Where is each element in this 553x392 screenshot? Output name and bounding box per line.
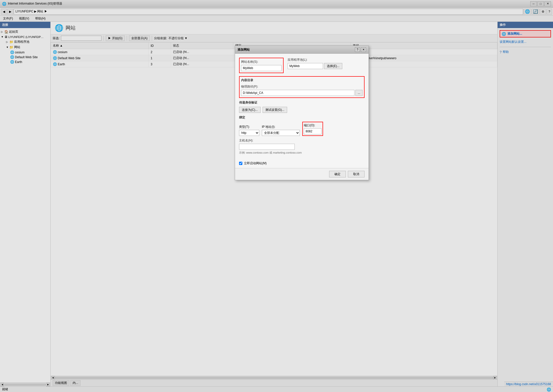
- choose-pool-btn[interactable]: 选择(E)...: [324, 63, 342, 69]
- ip-label: IP 地址(I):: [262, 125, 300, 129]
- app-pool-input[interactable]: [288, 63, 323, 69]
- binding-title: 绑定: [239, 115, 365, 120]
- start-label: 立即启动网站(M): [244, 161, 267, 166]
- dialog-footer: 确定 取消: [235, 168, 369, 180]
- binding-section: 绑定 类型(T): http https IP 地址(I):: [239, 115, 365, 136]
- type-select[interactable]: http https: [239, 130, 259, 136]
- type-group: 类型(T): http https: [239, 125, 259, 136]
- dialog-overlay: 添加网站 ? ✕ 网站名称(S): 应用程序池(L):: [0, 0, 553, 392]
- test-settings-btn[interactable]: 测试设置(G)...: [263, 107, 287, 113]
- cancel-button[interactable]: 取消: [348, 171, 365, 177]
- hostname-section: 主机名(H): 示例: www.contoso.com 或 marketing.…: [239, 138, 365, 155]
- dialog-titlebar: 添加网站 ? ✕: [235, 46, 369, 54]
- app-pool-group: 应用程序池(L): 选择(E)...: [288, 58, 342, 69]
- hostname-example: 示例: www.contoso.com 或 marketing.contoso.…: [239, 151, 365, 155]
- ip-group: IP 地址(I): 全部未分配: [262, 125, 300, 136]
- dialog-question-btn[interactable]: ?: [355, 47, 360, 52]
- physical-path-label: 物理路径(P):: [241, 85, 363, 89]
- dialog-body: 网站名称(S): 应用程序池(L): 选择(E)... 内容目录 物理路径(P)…: [235, 54, 369, 161]
- site-name-group: 网站名称(S):: [239, 58, 284, 73]
- physical-path-group: 物理路径(P): ...: [241, 85, 363, 96]
- dialog-close-btn[interactable]: ✕: [361, 47, 366, 52]
- connect-as-btn[interactable]: 连接为(C)...: [239, 107, 261, 113]
- browse-btn[interactable]: ...: [355, 90, 363, 96]
- passthrough-title: 传递身份验证: [239, 100, 365, 105]
- port-input[interactable]: [304, 128, 322, 134]
- app-pool-label: 应用程序池(L):: [288, 58, 342, 62]
- ip-select[interactable]: 全部未分配: [262, 130, 300, 136]
- content-dir-section: 内容目录 物理路径(P): ...: [239, 76, 365, 98]
- start-checkbox[interactable]: [239, 162, 242, 165]
- start-checkbox-row: 立即启动网站(M): [235, 161, 369, 168]
- site-name-label: 网站名称(S):: [241, 60, 282, 64]
- add-site-dialog: 添加网站 ? ✕ 网站名称(S): 应用程序池(L):: [235, 46, 369, 180]
- port-group: 端口(O):: [302, 122, 323, 136]
- passthrough-section: 传递身份验证 连接为(C)... 测试设置(G)...: [239, 100, 365, 113]
- type-label: 类型(T):: [239, 125, 259, 129]
- ok-button[interactable]: 确定: [329, 171, 346, 177]
- site-name-row: 网站名称(S): 应用程序池(L): 选择(E)...: [239, 58, 365, 73]
- content-dir-title: 内容目录: [241, 78, 363, 82]
- dialog-title: 添加网站: [238, 48, 250, 52]
- port-label: 端口(O):: [304, 123, 322, 128]
- physical-path-input[interactable]: [241, 90, 354, 96]
- hostname-label: 主机名(H):: [239, 139, 253, 142]
- site-name-input[interactable]: [241, 65, 282, 71]
- hostname-input[interactable]: [239, 144, 295, 150]
